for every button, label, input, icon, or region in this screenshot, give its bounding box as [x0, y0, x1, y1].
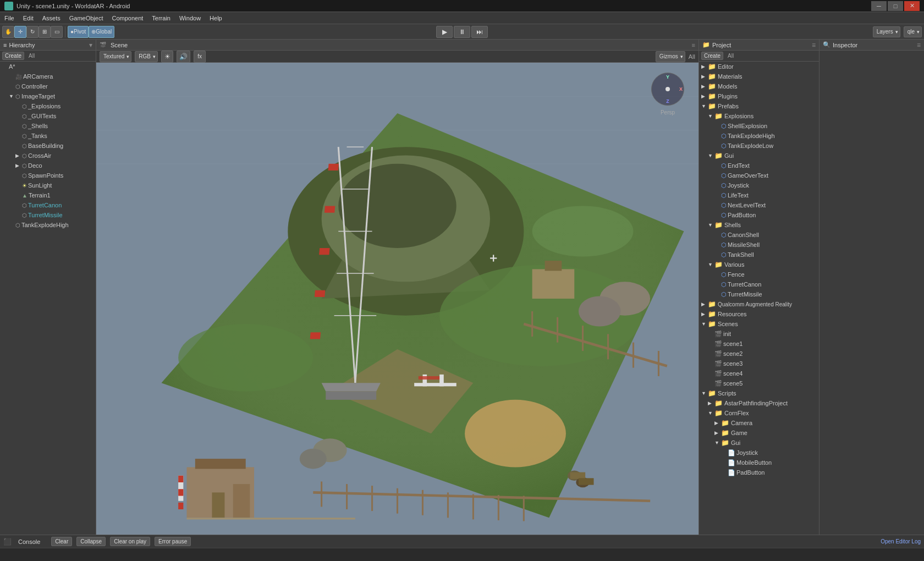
menu-edit[interactable]: Edit	[19, 12, 38, 24]
project-item-scene2[interactable]: 🎬 scene2	[699, 349, 819, 359]
console-clear-on-play-btn[interactable]: Clear on play	[110, 537, 150, 546]
console-clear-btn[interactable]: Clear	[51, 537, 72, 546]
project-item-joystick-script[interactable]: 📄 Joystick	[699, 448, 819, 458]
hierarchy-item-terrain1[interactable]: ▲ Terrain1	[0, 190, 96, 200]
project-item-shells-folder[interactable]: ▼ 📁 Shells	[699, 220, 819, 230]
hierarchy-item-arcamera[interactable]: 🎥 ARCamera	[0, 72, 96, 81]
project-item-turretmissile[interactable]: ⬡ TurretMissile	[699, 289, 819, 299]
project-item-game[interactable]: ▶ 📁 Game	[699, 428, 819, 438]
project-item-missileshell[interactable]: ⬡ MissileShell	[699, 240, 819, 250]
hierarchy-item-turretmissile[interactable]: ⬡ TurretMissile	[0, 210, 96, 220]
project-item-cornflex[interactable]: ▼ 📁 CornFlex	[699, 408, 819, 418]
console-collapse-btn[interactable]: Collapse	[76, 537, 106, 546]
scene-viewport[interactable]: 🔊 🔊 Y X Z	[96, 63, 698, 535]
hierarchy-content[interactable]: A* 🎥 ARCamera ⬡ Controller ▼ ⬡ Imag	[0, 62, 96, 535]
project-item-camera[interactable]: ▶ 📁 Camera	[699, 418, 819, 428]
global-button[interactable]: ⊕ Global	[89, 26, 114, 38]
hierarchy-item-imagetarget[interactable]: ▼ ⬡ ImageTarget	[0, 91, 96, 101]
hierarchy-create-btn[interactable]: Create	[2, 52, 24, 60]
move-tool-button[interactable]: ✛	[14, 26, 26, 38]
project-item-scripts[interactable]: ▼ 📁 Scripts	[699, 388, 819, 398]
project-item-padbutton[interactable]: ⬡ PadButton	[699, 210, 819, 220]
menu-file[interactable]: File	[0, 12, 19, 24]
layers-dropdown[interactable]: Layers	[873, 26, 900, 37]
scene-fx-toggle[interactable]: fx	[194, 51, 206, 63]
project-item-nextleveltext[interactable]: ⬡ NextLevelText	[699, 200, 819, 210]
hierarchy-item-tankexplodehigh[interactable]: ⬡ TankExplodeHigh	[0, 220, 96, 230]
project-item-fence[interactable]: ⬡ Fence	[699, 270, 819, 279]
project-item-canonshell[interactable]: ⬡ CanonShell	[699, 230, 819, 240]
project-item-scene4[interactable]: 🎬 scene4	[699, 369, 819, 378]
project-item-gui[interactable]: ▼ 📁 Gui	[699, 151, 819, 161]
project-item-scene1[interactable]: 🎬 scene1	[699, 339, 819, 349]
project-item-prefabs[interactable]: ▼ 📁 Prefabs	[699, 101, 819, 111]
hierarchy-item-deco[interactable]: ▶ ⬡ Deco	[0, 161, 96, 170]
project-item-plugins[interactable]: ▶ 📁 Plugins	[699, 91, 819, 101]
project-item-lifetext[interactable]: ⬡ LifeText	[699, 190, 819, 200]
scale-tool-button[interactable]: ⊞	[38, 26, 51, 38]
hierarchy-item-guitexts[interactable]: ⬡ _GUITexts	[0, 111, 96, 121]
project-item-astar[interactable]: ▶ 📁 AstarPathfindingProject	[699, 398, 819, 408]
menu-window[interactable]: Window	[175, 12, 205, 24]
project-item-padbutton-script[interactable]: 📄 PadButton	[699, 468, 819, 477]
layout-dropdown[interactable]: qle	[904, 26, 922, 37]
inspector-panel-menu[interactable]: ≡	[917, 41, 921, 49]
scene-view-mode-dropdown[interactable]: Textured	[100, 51, 131, 62]
scene-audio-toggle[interactable]: 🔊	[177, 51, 190, 63]
minimize-button[interactable]: ─	[871, 1, 887, 11]
project-item-tankshell[interactable]: ⬡ TankShell	[699, 250, 819, 260]
maximize-button[interactable]: □	[888, 1, 903, 11]
hand-tool-button[interactable]: ✋	[2, 26, 14, 38]
hierarchy-close[interactable]: ▾	[89, 41, 92, 49]
project-item-endtext[interactable]: ⬡ EndText	[699, 161, 819, 170]
project-create-btn[interactable]: Create	[701, 52, 723, 60]
project-item-various[interactable]: ▼ 📁 Various	[699, 260, 819, 270]
pivot-button[interactable]: ● Pivot	[68, 26, 89, 38]
project-panel-menu[interactable]: ≡	[812, 41, 816, 49]
project-item-mobilebutton-script[interactable]: 📄 MobileButton	[699, 458, 819, 468]
rotate-tool-button[interactable]: ↻	[26, 26, 38, 38]
project-item-resources[interactable]: ▶ 📁 Resources	[699, 309, 819, 319]
project-item-editor[interactable]: ▶ 📁 Editor	[699, 62, 819, 72]
project-item-materials[interactable]: ▶ 📁 Materials	[699, 72, 819, 81]
pause-button[interactable]: ⏸	[454, 26, 470, 38]
menu-help[interactable]: Help	[205, 12, 227, 24]
menu-gameobject[interactable]: GameObject	[65, 12, 108, 24]
hierarchy-item-spawnpoints[interactable]: ⬡ SpawnPoints	[0, 170, 96, 180]
scene-color-mode-dropdown[interactable]: RGB	[135, 51, 158, 62]
project-item-turretcanon[interactable]: ⬡ TurretCanon	[699, 279, 819, 289]
menu-component[interactable]: Component	[107, 12, 147, 24]
project-item-joystick[interactable]: ⬡ Joystick	[699, 180, 819, 190]
step-button[interactable]: ⏭	[471, 26, 488, 38]
menu-terrain[interactable]: Terrain	[147, 12, 175, 24]
hierarchy-item-astar[interactable]: A*	[0, 62, 96, 72]
project-item-scene5[interactable]: 🎬 scene5	[699, 378, 819, 388]
project-item-prefabs-explosions[interactable]: ▼ 📁 Explosions	[699, 111, 819, 121]
hierarchy-item-controller[interactable]: ⬡ Controller	[0, 81, 96, 91]
project-item-scenes[interactable]: ▼ 📁 Scenes	[699, 319, 819, 329]
play-button[interactable]: ▶	[436, 26, 453, 38]
project-item-models[interactable]: ▶ 📁 Models	[699, 81, 819, 91]
close-button[interactable]: ✕	[904, 1, 920, 11]
project-item-tankexplodelow[interactable]: ⬡ TankExplodeLow	[699, 141, 819, 151]
hierarchy-item-crossair[interactable]: ▶ ⬡ CrossAir	[0, 151, 96, 161]
project-item-tankexplodehigh[interactable]: ⬡ TankExplodeHigh	[699, 131, 819, 141]
project-item-scene-init[interactable]: 🎬 init	[699, 329, 819, 339]
rect-tool-button[interactable]: ▭	[51, 26, 63, 38]
gizmos-dropdown[interactable]: Gizmos	[656, 51, 685, 62]
project-content[interactable]: ▶ 📁 Editor ▶ 📁 Materials ▶ 📁 Models ▶ 📁 …	[699, 62, 819, 535]
hierarchy-item-turretcanon[interactable]: ⬡ TurretCanon	[0, 200, 96, 210]
console-error-pause-btn[interactable]: Error pause	[155, 537, 191, 546]
hierarchy-item-tanks[interactable]: ⬡ _Tanks	[0, 131, 96, 141]
project-item-gameovertext[interactable]: ⬡ GameOverText	[699, 170, 819, 180]
hierarchy-item-sunlight[interactable]: ☀ SunLight	[0, 180, 96, 190]
hierarchy-item-shells[interactable]: ⬡ _Shells	[0, 121, 96, 131]
scene-light-toggle[interactable]: ☀	[161, 51, 173, 63]
hierarchy-item-basebuilding[interactable]: ⬡ BaseBuilding	[0, 141, 96, 151]
scene-panel-menu[interactable]: ≡	[692, 42, 695, 48]
project-item-gui-scripts[interactable]: ▼ 📁 Gui	[699, 438, 819, 448]
hierarchy-item-explosions[interactable]: ⬡ _Explosions	[0, 101, 96, 111]
project-item-scene3[interactable]: 🎬 scene3	[699, 359, 819, 369]
gizmo-circle[interactable]: Y X Z	[651, 73, 684, 106]
project-item-shellexplosion[interactable]: ⬡ ShellExplosion	[699, 121, 819, 131]
